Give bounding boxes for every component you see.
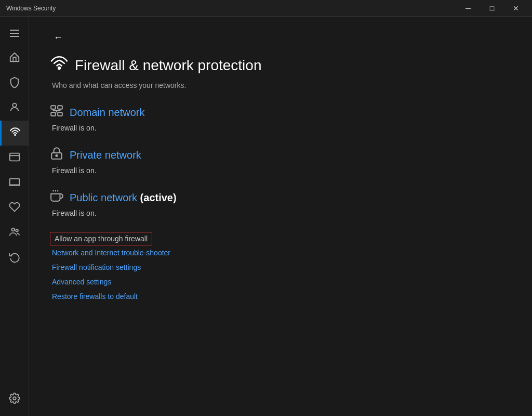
public-network-status: Firewall is on. <box>50 209 511 217</box>
svg-point-8 <box>13 397 16 400</box>
person-icon <box>9 101 20 115</box>
sidebar-item-account[interactable] <box>0 96 29 121</box>
public-network-section[interactable]: Public network (active) Firewall is on. <box>50 189 511 217</box>
sidebar-item-settings[interactable] <box>0 387 29 412</box>
close-button[interactable]: ✕ <box>504 0 528 17</box>
family-icon <box>9 226 20 240</box>
private-network-icon <box>50 147 63 163</box>
svg-point-19 <box>56 155 57 157</box>
svg-rect-2 <box>9 153 19 161</box>
page-title: Firewall & network protection <box>75 57 261 74</box>
svg-rect-4 <box>9 178 19 185</box>
main-content: ← Firewall & network protection Who and … <box>29 17 532 416</box>
heart-icon <box>9 201 20 215</box>
allow-app-link[interactable]: Allow an app through firewall <box>50 232 152 245</box>
links-section: Allow an app through firewall Network an… <box>50 232 511 304</box>
sidebar-item-app[interactable] <box>0 146 29 171</box>
svg-rect-12 <box>51 112 56 116</box>
public-network-header: Public network (active) <box>50 189 511 206</box>
back-button[interactable]: ← <box>50 29 66 46</box>
domain-network-section[interactable]: Domain network Firewall is on. <box>50 104 511 132</box>
public-network-title[interactable]: Public network (active) <box>70 192 177 204</box>
svg-point-9 <box>58 67 60 69</box>
svg-point-0 <box>12 103 16 107</box>
domain-network-title[interactable]: Domain network <box>70 107 145 119</box>
private-network-header: Private network <box>50 147 511 163</box>
window-controls: ─ □ ✕ <box>456 0 528 17</box>
private-network-title[interactable]: Private network <box>70 149 141 161</box>
settings-icon <box>9 393 20 407</box>
browser-icon <box>9 151 20 165</box>
page-title-container: Firewall & network protection <box>50 54 511 77</box>
menu-icon <box>10 30 19 37</box>
page-subtitle: Who and what can access your networks. <box>50 81 511 89</box>
wifi-icon <box>9 126 21 140</box>
svg-rect-10 <box>51 106 56 109</box>
private-network-status: Firewall is on. <box>50 166 511 175</box>
domain-network-status: Firewall is on. <box>50 124 511 132</box>
sidebar-item-firewall[interactable] <box>0 121 29 146</box>
svg-rect-13 <box>58 112 62 116</box>
svg-rect-11 <box>58 106 62 109</box>
sidebar-item-home[interactable] <box>0 46 29 71</box>
sidebar-item-menu[interactable] <box>0 21 29 46</box>
home-icon <box>9 51 20 66</box>
private-network-section[interactable]: Private network Firewall is on. <box>50 147 511 175</box>
svg-point-6 <box>11 228 15 231</box>
troubleshooter-link[interactable]: Network and Internet trouble-shooter <box>50 245 511 260</box>
sidebar-item-family[interactable] <box>0 220 29 245</box>
domain-network-header: Domain network <box>50 104 511 121</box>
sidebar-item-history[interactable] <box>0 245 29 270</box>
shield-icon <box>9 76 20 90</box>
sidebar-item-health[interactable] <box>0 196 29 220</box>
sidebar-item-virus[interactable] <box>0 71 29 96</box>
app-title: Windows Security <box>6 5 56 12</box>
sidebar-item-device[interactable] <box>0 171 29 196</box>
page-title-icon <box>50 54 69 77</box>
minimize-button[interactable]: ─ <box>456 0 480 17</box>
restore-defaults-link[interactable]: Restore firewalls to default <box>50 289 511 304</box>
public-network-icon <box>50 189 63 206</box>
svg-point-1 <box>15 134 16 135</box>
title-bar: Windows Security ─ □ ✕ <box>0 0 532 17</box>
domain-network-icon <box>50 104 63 121</box>
maximize-button[interactable]: □ <box>480 0 504 17</box>
svg-point-7 <box>16 229 18 231</box>
sidebar <box>0 17 29 416</box>
app-container: ← Firewall & network protection Who and … <box>0 17 532 416</box>
laptop-icon <box>9 176 20 190</box>
advanced-settings-link[interactable]: Advanced settings <box>50 275 511 289</box>
history-icon <box>9 251 20 265</box>
notification-settings-link[interactable]: Firewall notification settings <box>50 260 511 275</box>
